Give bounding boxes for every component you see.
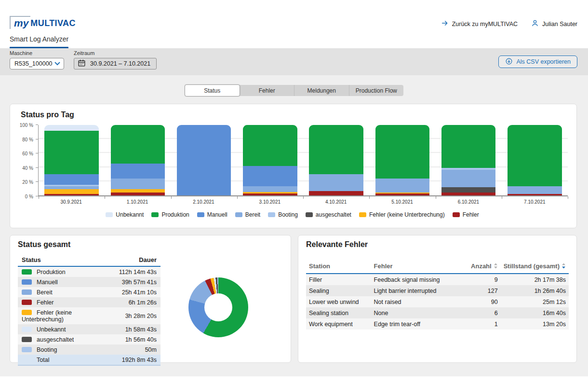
chevron-down-icon	[54, 60, 60, 67]
period-label: Zeitraum	[74, 50, 157, 56]
bottom-row: Status gesamt StatusDauerProduktion112h …	[10, 235, 577, 363]
bar-segment	[508, 194, 562, 195]
stacked-bar[interactable]	[441, 125, 496, 195]
person-icon	[531, 19, 539, 28]
chart-legend: UnbekanntProduktionManuellBereitBootinga…	[17, 211, 568, 218]
main-content: StatusFehlerMeldungenProduction Flow Sta…	[0, 75, 588, 376]
x-axis-label: 3.10.2021	[237, 199, 303, 205]
legend-label: Fehler (keine Unterbrechung)	[369, 211, 445, 218]
legend-label: Bereit	[245, 211, 260, 218]
dauer-cell: 112h 14m 43s	[115, 266, 160, 277]
x-tick-mark	[369, 196, 370, 199]
stacked-bar[interactable]	[508, 125, 562, 195]
station-cell: Filler	[306, 274, 371, 285]
view-tab-production-flow[interactable]: Production Flow	[349, 85, 404, 96]
bar-segment	[243, 186, 297, 192]
table-row[interactable]: Lower web unwindNot raised9025m 12s	[306, 296, 569, 307]
legend-swatch	[306, 212, 313, 217]
column-header-stillstand-gesamt-[interactable]: Stillstand (gesamt)	[501, 260, 569, 274]
machine-select[interactable]: R535_100000	[10, 58, 64, 69]
status-cell: Booting	[18, 345, 115, 355]
view-tab-meldungen[interactable]: Meldungen	[294, 85, 349, 96]
tab-smart-log-analyzer[interactable]: Smart Log Analyzer	[10, 35, 68, 49]
legend-swatch	[106, 212, 113, 217]
user-menu[interactable]: Julian Sauter	[531, 19, 577, 28]
view-tab-status[interactable]: Status	[185, 84, 240, 96]
table-row[interactable]: Bereit25h 41m 10s	[18, 287, 160, 297]
table-row[interactable]: Fehler6h 1m 26s	[18, 297, 160, 307]
export-csv-button[interactable]: Als CSV exportieren	[498, 55, 577, 68]
bar-segment	[243, 125, 297, 166]
view-tab-fehler[interactable]: Fehler	[240, 85, 294, 96]
dauer-cell: 39h 57m 41s	[115, 277, 160, 287]
column-header-anzahl[interactable]: Anzahl	[464, 260, 500, 274]
fehler-cell: Edge trim tear-off	[371, 318, 465, 330]
table-row[interactable]: Fehler (keine Unterbrechung)3h 28m 20s	[18, 307, 160, 324]
stacked-bar[interactable]	[375, 125, 430, 195]
status-donut-chart	[188, 277, 248, 337]
legend-swatch	[151, 212, 159, 217]
page: my MULTIVAC Zurück zu myMULTIVAC Julian …	[0, 0, 588, 386]
station-cell: Lower web unwind	[306, 296, 371, 307]
anzahl-cell: 6	[464, 307, 500, 318]
status-cell: Unbekannt	[18, 324, 115, 334]
table-row[interactable]: Manuell39h 57m 41s	[18, 277, 160, 287]
column-header-station: Station	[306, 260, 371, 274]
bar-segment	[309, 174, 363, 191]
bar-slot	[502, 125, 568, 195]
table-row[interactable]: Produktion112h 14m 43s	[18, 266, 160, 277]
y-axis-tick: 80 %	[22, 137, 33, 142]
donut-hole	[204, 293, 232, 321]
status-color-swatch	[22, 279, 32, 285]
x-axis-label: 1.10.2021	[104, 199, 170, 205]
sort-arrows-icon[interactable]	[560, 262, 566, 270]
anzahl-cell: 127	[464, 285, 500, 296]
download-circle-icon	[505, 57, 513, 67]
column-header: Dauer	[115, 254, 160, 266]
stacked-bar[interactable]	[309, 125, 363, 195]
legend-label: Fehler	[463, 211, 479, 218]
table-row[interactable]: Unbekannt1h 58m 43s	[18, 324, 160, 334]
bar-segment	[375, 125, 430, 179]
legend-swatch	[453, 212, 460, 217]
table-row[interactable]: FillerFeedback signal missing92h 17m 38s	[306, 274, 569, 285]
legend-swatch	[235, 212, 242, 217]
station-cell: Sealing station	[306, 307, 371, 318]
x-tick-mark	[105, 196, 105, 199]
calendar-icon	[78, 59, 86, 69]
dauer-cell: 6h 1m 26s	[115, 297, 160, 307]
legend-label: Produktion	[161, 211, 189, 218]
status-cell: ausgeschaltet	[18, 334, 115, 345]
legend-item: Produktion	[151, 211, 189, 218]
table-row[interactable]: Sealing stationNone616m 40s	[306, 307, 569, 318]
stacked-bar[interactable]	[111, 125, 165, 195]
column-header-fehler: Fehler	[371, 260, 465, 274]
stacked-bar[interactable]	[243, 125, 297, 195]
x-axis-label: 7.10.2021	[502, 199, 568, 205]
bar-segment	[111, 179, 165, 189]
table-row[interactable]: ausgeschaltet1h 56m 40s	[18, 334, 160, 345]
bar-segment	[111, 125, 165, 164]
legend-label: Unbekannt	[116, 211, 144, 218]
table-row[interactable]: Booting50m	[18, 345, 160, 355]
stacked-bar[interactable]	[177, 125, 231, 195]
stacked-bar-chart: 0 %20 %40 %60 %80 %100 % 30.9.20211.10.2…	[17, 125, 568, 205]
x-axis-label: 30.9.2021	[38, 199, 104, 205]
status-color-swatch	[22, 300, 32, 305]
status-cell: Fehler (keine Unterbrechung)	[18, 307, 115, 324]
status-color-swatch	[22, 347, 32, 352]
dauer-cell: 3h 28m 20s	[115, 307, 160, 324]
bar-slot	[369, 125, 435, 195]
back-to-mymultivac-link[interactable]: Zurück zu myMULTIVAC	[441, 19, 518, 28]
fehler-cell: Light barrier interrupted	[371, 285, 465, 296]
y-axis-tick: 0 %	[25, 194, 33, 199]
export-csv-label: Als CSV exportieren	[516, 58, 571, 65]
period-input[interactable]: 30.9.2021 – 7.10.2021	[74, 58, 157, 69]
table-row[interactable]: SealingLight barrier interrupted1271h 26…	[306, 285, 569, 296]
legend-label: ausgeschaltet	[316, 211, 351, 218]
y-axis: 0 %20 %40 %60 %80 %100 %	[17, 125, 38, 196]
stacked-bar[interactable]	[44, 125, 99, 195]
table-row[interactable]: Work equipmentEdge trim tear-off113m 20s	[306, 318, 569, 330]
sort-arrows-icon[interactable]	[492, 262, 498, 270]
arrow-right-icon	[441, 19, 449, 28]
